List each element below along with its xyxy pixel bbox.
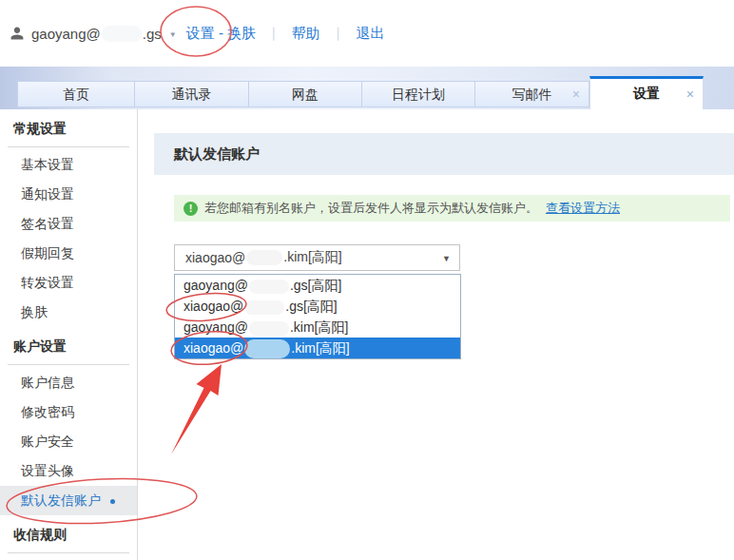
sidebar-item-default-sender[interactable]: 默认发信账户 xyxy=(0,486,137,515)
user-icon xyxy=(10,26,25,41)
account-name-suffix: .gs xyxy=(143,26,162,42)
sidebar-item-skin[interactable]: 换肤 xyxy=(0,298,137,327)
chevron-down-icon[interactable]: ▼ xyxy=(169,30,177,39)
tab-calendar[interactable]: 日程计划 xyxy=(362,81,475,107)
tab-contacts[interactable]: 通讯录 xyxy=(135,81,249,107)
divider xyxy=(8,364,129,365)
option-prefix: xiaogao@ xyxy=(184,340,243,356)
info-note: ! 若您邮箱有别名账户，设置后发件人将显示为默认发信账户。 查看设置方法 xyxy=(174,195,730,222)
dropdown-caret-icon: ▼ xyxy=(442,254,451,263)
option-prefix: gaoyang@ xyxy=(184,278,248,293)
settings-skin-link[interactable]: 设置 - 换肤 xyxy=(186,25,256,43)
default-sender-select[interactable]: xiaogao@ .kim[高阳] ▼ xyxy=(174,244,460,271)
unread-dot xyxy=(110,499,115,504)
sidebar-item-basic[interactable]: 基本设置 xyxy=(0,150,137,180)
dropdown-option[interactable]: gaoyang@.kim[高阳] xyxy=(175,317,460,338)
help-link[interactable]: 帮助 xyxy=(292,25,320,43)
option-suffix: .kim[高阳] xyxy=(290,319,348,335)
tab-netdisk[interactable]: 网盘 xyxy=(249,81,362,107)
option-prefix: gaoyang@ xyxy=(184,319,248,335)
annotation-arrow xyxy=(171,364,222,454)
sidebar-item-default-sender-label: 默认发信账户 xyxy=(21,492,101,508)
redaction-blob xyxy=(246,250,282,265)
top-links: 设置 - 换肤 ｜ 帮助 ｜ 退出 xyxy=(186,25,385,43)
sidebar-item-account-info[interactable]: 账户信息 xyxy=(0,368,137,397)
select-value-suffix: .kim[高阳] xyxy=(283,249,341,266)
top-bar: gaoyang@ .gs ▼ 设置 - 换肤 ｜ 帮助 ｜ 退出 xyxy=(0,0,734,67)
account-name[interactable]: gaoyang@ .gs xyxy=(31,26,162,42)
tab-home[interactable]: 首页 xyxy=(17,81,135,107)
sidebar-section-general: 常规设置 xyxy=(0,109,137,146)
option-prefix: xiaogao@ xyxy=(184,299,243,314)
separator: ｜ xyxy=(267,25,280,42)
view-setup-method-link[interactable]: 查看设置方法 xyxy=(546,200,620,217)
option-suffix: .gs[高阳] xyxy=(290,278,341,293)
dropdown-option[interactable]: gaoyang@.gs[高阳] xyxy=(175,275,460,296)
redaction-blob xyxy=(244,300,284,315)
divider xyxy=(8,552,129,553)
redaction-blob xyxy=(249,321,289,336)
sidebar-item-account-security[interactable]: 账户安全 xyxy=(0,427,137,456)
dropdown-option[interactable]: xiaogao@.gs[高阳] xyxy=(175,296,460,317)
redaction-blob xyxy=(244,339,290,358)
sidebar-item-notify[interactable]: 通知设置 xyxy=(0,180,137,209)
dropdown-option-list: gaoyang@.gs[高阳] xiaogao@.gs[高阳] gaoyang@… xyxy=(174,274,461,359)
sidebar-section-inbox-rules: 收信规则 xyxy=(0,515,137,552)
tab-bar: 首页 通讯录 网盘 日程计划 写邮件 × 设置 × xyxy=(0,67,734,109)
webmail-settings-page: gaoyang@ .gs ▼ 设置 - 换肤 ｜ 帮助 ｜ 退出 首页 通讯录 … xyxy=(0,0,734,560)
sidebar-item-signature[interactable]: 签名设置 xyxy=(0,209,137,239)
option-suffix: .kim[高阳] xyxy=(291,340,349,356)
content-header-bar: 默认发信账户 xyxy=(154,133,734,175)
sidebar-item-change-password[interactable]: 修改密码 xyxy=(0,397,137,427)
select-value-prefix: xiaogao@ xyxy=(185,250,245,265)
info-icon: ! xyxy=(184,202,198,216)
tab-settings[interactable]: 设置 × xyxy=(589,76,704,109)
separator: ｜ xyxy=(332,25,345,42)
logout-link[interactable]: 退出 xyxy=(357,25,385,43)
tab-compose-label: 写邮件 xyxy=(512,87,552,102)
close-icon[interactable]: × xyxy=(572,82,580,107)
sidebar-item-vacation[interactable]: 假期回复 xyxy=(0,239,137,268)
sidebar-item-forward[interactable]: 转发设置 xyxy=(0,268,137,298)
sidebar-section-account: 账户设置 xyxy=(0,327,137,364)
sidebar-item-avatar[interactable]: 设置头像 xyxy=(0,456,137,486)
redaction-blob xyxy=(102,26,142,42)
tab-compose[interactable]: 写邮件 × xyxy=(475,81,589,107)
settings-sidebar: 常规设置 基本设置 通知设置 签名设置 假期回复 转发设置 换肤 账户设置 账户… xyxy=(0,109,138,560)
tab-settings-label: 设置 xyxy=(633,86,660,101)
dropdown-option-selected[interactable]: xiaogao@.kim[高阳] xyxy=(175,338,460,358)
page-title: 默认发信账户 xyxy=(154,133,734,175)
divider xyxy=(8,146,129,147)
option-suffix: .gs[高阳] xyxy=(285,299,337,314)
close-icon[interactable]: × xyxy=(686,80,694,108)
redaction-blob xyxy=(249,280,289,294)
note-text: 若您邮箱有别名账户，设置后发件人将显示为默认发信账户。 xyxy=(204,200,538,217)
account-name-prefix: gaoyang@ xyxy=(31,26,101,42)
